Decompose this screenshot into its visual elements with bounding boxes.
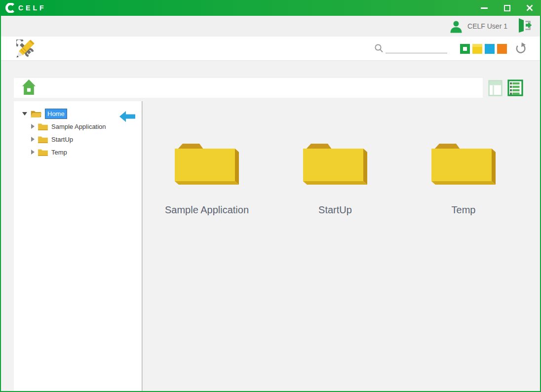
tree-item-temp[interactable]: Temp: [14, 146, 141, 158]
close-button[interactable]: [518, 0, 541, 16]
window-controls: [473, 0, 541, 16]
color-filter-group: [460, 44, 507, 54]
expand-triangle-icon[interactable]: [31, 137, 35, 142]
tile-view-button[interactable]: [487, 79, 503, 96]
expand-triangle-icon[interactable]: [31, 124, 35, 129]
open-folder-icon: [30, 110, 42, 118]
wrench-pencil-icon: [16, 39, 35, 58]
folder-tree-panel: Home Sample Application StartUp Te: [14, 101, 141, 391]
maximize-icon: [504, 5, 510, 11]
minimize-button[interactable]: [473, 0, 496, 16]
tree-item-label[interactable]: StartUp: [51, 136, 73, 143]
refresh-button[interactable]: [515, 42, 526, 56]
search-box: [374, 42, 447, 53]
home-button[interactable]: [22, 79, 36, 97]
collapse-triangle-icon[interactable]: [22, 112, 27, 116]
tree-item-label[interactable]: Home: [45, 109, 67, 119]
list-view-button[interactable]: [507, 79, 524, 96]
folder-tile-startup[interactable]: StartUp: [286, 142, 385, 216]
panel-splitter[interactable]: [142, 101, 143, 391]
minimize-icon: [481, 7, 488, 9]
large-folder-icon: [300, 142, 370, 185]
expand-triangle-icon[interactable]: [31, 150, 35, 155]
folder-icon: [38, 148, 48, 157]
blue-square-filter[interactable]: [485, 44, 495, 54]
folder-tile-label: Temp: [414, 204, 513, 216]
logout-button[interactable]: [517, 18, 532, 35]
folder-icon: [38, 135, 48, 144]
large-folder-icon: [428, 142, 499, 185]
breadcrumb-bar: [14, 78, 483, 98]
search-input[interactable]: [386, 42, 447, 53]
search-icon: [374, 43, 384, 53]
toolbar: [1, 37, 540, 61]
yellow-square-filter[interactable]: [472, 44, 482, 54]
app-logo: CELF: [5, 3, 46, 13]
title-bar: CELF: [0, 0, 541, 16]
house-icon: [22, 79, 36, 95]
maximize-button[interactable]: [496, 0, 518, 16]
close-icon: [526, 4, 534, 12]
current-user-label: CELF User 1: [467, 22, 507, 30]
tree-item-label[interactable]: Sample Application: [51, 123, 106, 130]
tree-item-startup[interactable]: StartUp: [14, 133, 141, 146]
door-exit-arrow-icon: [517, 18, 532, 33]
green-square-filter[interactable]: [460, 44, 470, 54]
designer-tools-button[interactable]: [16, 39, 35, 60]
app-title: CELF: [18, 4, 46, 12]
list-view-icon: [507, 79, 523, 96]
person-icon: [450, 20, 463, 33]
user-bar: CELF User 1: [0, 16, 541, 37]
celf-c-icon: [5, 3, 15, 13]
tree-item-label[interactable]: Temp: [51, 149, 67, 156]
blue-left-arrow-pointer: [119, 111, 135, 124]
app-window: CELF CELF User 1: [0, 0, 541, 392]
folder-tile-label: StartUp: [286, 204, 385, 216]
large-folder-icon: [172, 142, 242, 185]
circular-arrow-icon: [515, 42, 526, 54]
tile-view-icon: [488, 80, 502, 96]
folder-tile-temp[interactable]: Temp: [414, 142, 513, 216]
folder-tile-sample-application[interactable]: Sample Application: [157, 142, 256, 216]
folder-tile-label: Sample Application: [157, 204, 256, 216]
window-border-left: [0, 16, 1, 392]
orange-square-filter[interactable]: [497, 44, 507, 54]
folder-icon: [38, 122, 48, 131]
